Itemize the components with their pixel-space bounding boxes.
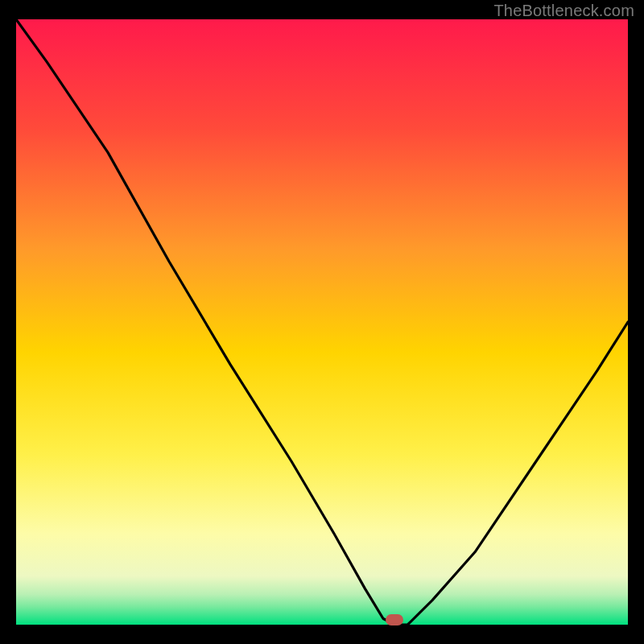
optimal-marker (386, 614, 403, 625)
chart-svg (16, 19, 628, 625)
gradient-background (16, 19, 628, 625)
watermark-text: TheBottleneck.com (493, 2, 634, 20)
chart-frame: TheBottleneck.com (0, 0, 644, 644)
plot-area (16, 19, 628, 625)
